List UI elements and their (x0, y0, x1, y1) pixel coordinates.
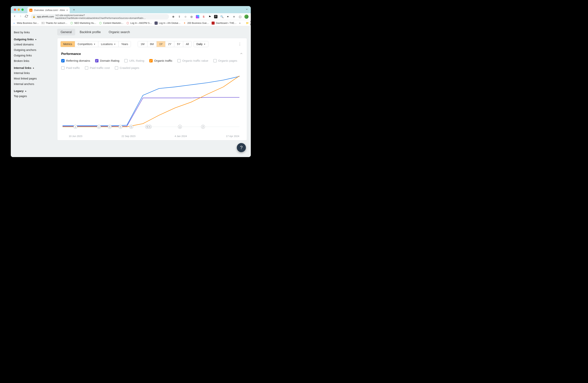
maximize-window-icon[interactable] (21, 9, 24, 11)
chevron-down-icon: ▼ (204, 43, 206, 45)
url-path: /v2-site-explorer/overview?backlinksChar… (56, 14, 167, 19)
tab-general[interactable]: General (57, 29, 75, 35)
app-content: Best by links Outgoing links▲ Linked dom… (11, 26, 251, 157)
range-segment: 1M 6M 1Y 2Y 5Y All (138, 41, 192, 47)
sidebar: Best by links Outgoing links▲ Linked dom… (11, 26, 57, 157)
window-controls (13, 6, 25, 13)
close-tab-icon[interactable]: × (66, 9, 68, 12)
collapse-icon: ▲ (25, 90, 27, 92)
checkbox-icon (124, 59, 128, 62)
ext-3-icon[interactable]: S (202, 15, 205, 18)
svg-text:G: G (146, 125, 148, 128)
toolbar-icons: ⊕ ⇪ ☆ ◎ S ⚑ f? 🔍 ✦ ≡ ▢ ⋮ (172, 15, 251, 19)
sidebar-item-internal-anchors[interactable]: Internal anchors (14, 81, 54, 87)
svg-text:a: a (75, 125, 76, 128)
main-panel: General Backlink profile Organic search … (57, 26, 251, 157)
chk-domain-rating[interactable]: Domain Rating (95, 59, 120, 62)
x-label: 22 Sep 2023 (121, 135, 135, 137)
address-bar[interactable]: 🔒 app.ahrefs.com/v2-site-explorer/overvi… (31, 14, 169, 19)
sidebar-item-internal-links[interactable]: Internal links (14, 70, 54, 76)
help-button[interactable]: ? (237, 143, 246, 152)
sidebar-group-legacy[interactable]: Legacy▲ (14, 87, 54, 93)
chart-menu-button[interactable]: ⋮ (236, 41, 244, 47)
x-label: 4 Jan 2024 (175, 135, 187, 137)
performance-title: Performance (61, 52, 81, 56)
extensions-icon[interactable]: ✦ (226, 15, 230, 18)
sidebar-group-outgoing[interactable]: Outgoing links▲ (14, 35, 54, 42)
sidebar-group-internal[interactable]: Internal links▲ (14, 64, 54, 70)
ext-5-icon[interactable]: f? (214, 15, 217, 18)
collapse-icon[interactable] (240, 52, 243, 56)
checkbox-icon (85, 66, 88, 70)
browser-window: a Overview: zixflow.com/ - Ahre × + 🔒 ap… (11, 6, 251, 157)
performance-chart[interactable]: aaGGGGGa2 (59, 72, 243, 133)
bookmarks-bar: ∞Meta Business Sui… SEJThanks for subscr… (11, 20, 251, 26)
sidebar-item-best-by-links[interactable]: Best by links (14, 30, 54, 35)
bookmark-item[interactable]: AGLog In ‹ AN Global… (155, 21, 181, 25)
bookmark-item[interactable]: SEJThanks for subscri… (42, 21, 67, 25)
collapse-icon: ▲ (33, 67, 35, 69)
chk-paid-traffic-cost[interactable]: Paid traffic cost (85, 66, 110, 70)
bookmarks-overflow[interactable]: » (239, 22, 241, 24)
range-6m[interactable]: 6M (147, 41, 157, 47)
sidebar-item-outgoing-links[interactable]: Outgoing links (14, 53, 54, 58)
bookmark-item[interactable]: ➤200 Business Gue… (183, 21, 209, 25)
tab-title: Overview: zixflow.com/ - Ahre (34, 9, 65, 12)
ext-1-icon[interactable]: ◎ (190, 15, 193, 18)
close-window-icon[interactable] (14, 9, 16, 11)
chk-organic-pages[interactable]: Organic pages (213, 59, 237, 62)
panel-icon[interactable]: ▢ (238, 15, 242, 18)
sidebar-item-linked-domains[interactable]: Linked domains (14, 42, 54, 47)
chk-referring-domains[interactable]: Referring domains (61, 59, 90, 62)
bookmark-item[interactable]: ◯Content Marketin… (99, 21, 124, 25)
range-1y[interactable]: 1Y (157, 41, 166, 47)
range-2y[interactable]: 2Y (165, 41, 174, 47)
ext-4-icon[interactable]: ⚑ (208, 15, 211, 18)
bookmark-item[interactable]: Dashboard ‹ THE… (211, 21, 237, 25)
reading-list-icon[interactable]: ≡ (232, 15, 236, 18)
ext-6-icon[interactable]: 🔍 (220, 15, 224, 18)
tab-organic-search[interactable]: Organic search (105, 29, 133, 35)
all-bookmarks-button[interactable]: 📁 All Bookmarks (246, 20, 251, 26)
chk-paid-traffic[interactable]: Paid traffic (61, 66, 80, 70)
minimize-window-icon[interactable] (18, 9, 20, 11)
sidebar-item-most-linked[interactable]: Most linked pages (14, 76, 54, 81)
sidebar-item-top-pages[interactable]: Top pages (14, 93, 54, 99)
forward-button[interactable] (19, 15, 22, 19)
years-button[interactable]: Years (119, 41, 131, 47)
zoom-icon[interactable]: ⊕ (172, 15, 175, 18)
tab-bar: a Overview: zixflow.com/ - Ahre × + (11, 6, 251, 13)
star-icon[interactable]: ☆ (184, 15, 187, 18)
tabs-dropdown-icon[interactable] (246, 8, 248, 11)
reload-button[interactable] (25, 15, 28, 19)
chk-organic-traffic-value[interactable]: Organic traffic value (177, 59, 208, 62)
share-icon[interactable]: ⇪ (178, 15, 181, 18)
browser-tab[interactable]: a Overview: zixflow.com/ - Ahre × (27, 7, 70, 13)
new-tab-button[interactable]: + (71, 7, 77, 13)
competitors-button[interactable]: Competitors▼ (75, 41, 98, 47)
bookmark-item[interactable]: ◯SEO Marketing Hu… (70, 21, 96, 25)
sidebar-item-broken-links[interactable]: Broken links (14, 58, 54, 64)
checkbox-icon (213, 59, 217, 62)
bookmark-item[interactable]: ◯Log In ‹ AM2PM S… (126, 21, 152, 25)
ext-2-icon[interactable] (196, 15, 199, 18)
bookmark-item[interactable]: ∞Meta Business Sui… (13, 21, 39, 25)
profile-avatar[interactable] (244, 15, 249, 19)
locations-button[interactable]: Locations▼ (98, 41, 119, 47)
performance-header: Performance (57, 50, 247, 57)
chk-organic-traffic[interactable]: Organic traffic (149, 59, 172, 62)
browser-toolbar: 🔒 app.ahrefs.com/v2-site-explorer/overvi… (11, 13, 251, 20)
granularity-button[interactable]: Daily▼ (194, 41, 208, 47)
chk-url-rating[interactable]: URL Rating (124, 59, 144, 62)
svg-text:G: G (130, 125, 132, 128)
chk-crawled-pages[interactable]: Crawled pages (115, 66, 139, 70)
back-button[interactable] (13, 15, 16, 19)
range-all[interactable]: All (183, 41, 191, 47)
metrics-button[interactable]: Metrics (61, 41, 75, 47)
range-1m[interactable]: 1M (138, 41, 147, 47)
tab-backlink-profile[interactable]: Backlink profile (76, 29, 104, 35)
collapse-icon: ▲ (35, 38, 37, 40)
performance-panel: Metrics Competitors▼ Locations▼ Years 1M… (57, 38, 247, 140)
sidebar-item-outgoing-anchors[interactable]: Outgoing anchors (14, 47, 54, 53)
range-5y[interactable]: 5Y (174, 41, 183, 47)
